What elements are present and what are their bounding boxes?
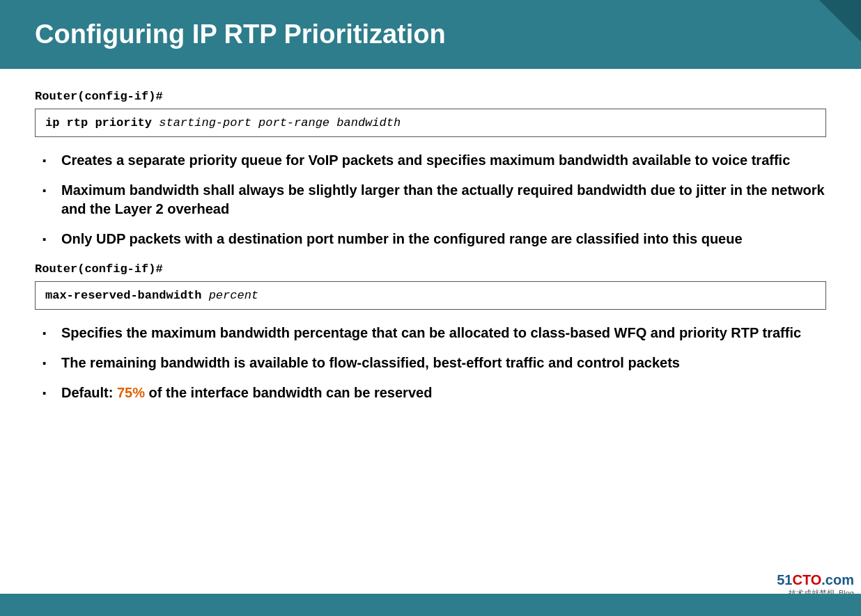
list-item: Only UDP packets with a destination port… — [42, 230, 826, 248]
command-italic-2: percent — [201, 289, 258, 302]
command-box-1: ip rtp priority starting-port port-range… — [35, 109, 826, 137]
bullet-list-2: Specifies the maximum bandwidth percenta… — [35, 324, 826, 402]
highlight-75pct: 75% — [117, 385, 145, 400]
page-title: Configuring IP RTP Prioritization — [35, 19, 826, 49]
bullet-list-1: Creates a separate priority queue for Vo… — [35, 151, 826, 248]
section1: Router(config-if)# ip rtp priority start… — [35, 90, 826, 248]
command-box-2: max-reserved-bandwidth percent — [35, 281, 826, 310]
watermark-logo: 51CTO.com — [777, 572, 854, 588]
command-bold-2: max-reserved-bandwidth — [45, 289, 201, 302]
list-item: Creates a separate priority queue for Vo… — [42, 151, 826, 170]
list-item: Default: 75% of the interface bandwidth … — [42, 384, 826, 402]
list-item: The remaining bandwidth is available to … — [42, 354, 826, 372]
command-italic-1: starting-port port-range bandwidth — [152, 116, 401, 129]
section2: Router(config-if)# max-reserved-bandwidt… — [35, 262, 826, 402]
prompt-label-1: Router(config-if)# — [35, 90, 826, 103]
command-bold-1: ip rtp priority — [45, 116, 152, 129]
main-content: Router(config-if)# ip rtp priority start… — [0, 69, 861, 430]
footer-bar — [0, 594, 861, 616]
list-item: Specifies the maximum bandwidth percenta… — [42, 324, 826, 342]
prompt-label-2: Router(config-if)# — [35, 262, 826, 276]
header-section: Configuring IP RTP Prioritization — [0, 0, 861, 69]
list-item: Maximum bandwidth shall always be slight… — [42, 181, 826, 219]
